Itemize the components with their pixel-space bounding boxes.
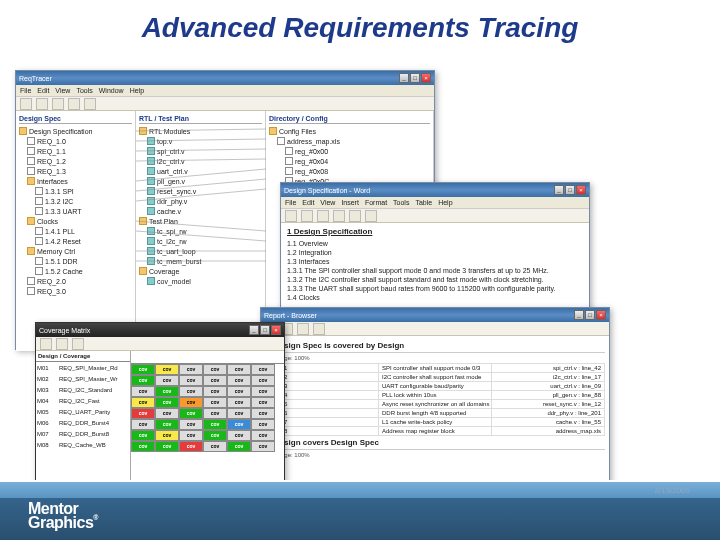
tree-item[interactable]: 1.4.2 Reset bbox=[19, 236, 132, 246]
matrix-cell[interactable]: cov bbox=[155, 408, 179, 419]
menu-item[interactable]: Tools bbox=[76, 87, 92, 94]
tree-item[interactable]: Coverage bbox=[139, 266, 262, 276]
minimize-icon[interactable]: _ bbox=[554, 185, 564, 195]
matrix-cell[interactable]: cov bbox=[251, 375, 275, 386]
matrix-cell[interactable]: cov bbox=[203, 430, 227, 441]
matrix-cell[interactable]: cov bbox=[227, 375, 251, 386]
minimize-icon[interactable]: _ bbox=[249, 325, 259, 335]
maximize-icon[interactable]: □ bbox=[585, 310, 595, 320]
tree-item[interactable]: 1.3.3 UART bbox=[19, 206, 132, 216]
matrix-cell[interactable]: cov bbox=[179, 441, 203, 452]
menu-item[interactable]: View bbox=[320, 199, 335, 206]
tool-link-icon[interactable] bbox=[68, 98, 80, 110]
menubar-document[interactable]: FileEditViewInsertFormatToolsTableHelp bbox=[281, 197, 589, 209]
tree-item[interactable]: REQ_2.0 bbox=[19, 276, 132, 286]
matrix-cell[interactable]: cov bbox=[155, 441, 179, 452]
matrix-cell[interactable]: cov bbox=[251, 397, 275, 408]
titlebar-report[interactable]: Report - Browser _ □ × bbox=[261, 308, 609, 322]
matrix-cell[interactable]: cov bbox=[203, 364, 227, 375]
matrix-cell[interactable]: cov bbox=[179, 375, 203, 386]
tree-item[interactable]: Interfaces bbox=[19, 176, 132, 186]
tool-open-icon[interactable] bbox=[36, 98, 48, 110]
close-icon[interactable]: × bbox=[421, 73, 431, 83]
tree-item[interactable]: 1.3.1 SPI bbox=[19, 186, 132, 196]
matrix-cell[interactable]: cov bbox=[251, 386, 275, 397]
matrix-cell[interactable]: cov bbox=[251, 430, 275, 441]
matrix-row-label[interactable]: M02REQ_SPI_Master_Wr bbox=[36, 373, 130, 384]
tree-item[interactable]: Test Plan bbox=[139, 216, 262, 226]
matrix-cell[interactable]: cov bbox=[155, 419, 179, 430]
menu-item[interactable]: Edit bbox=[302, 199, 314, 206]
tool-zoom-icon[interactable] bbox=[72, 338, 84, 350]
matrix-cell[interactable]: cov bbox=[155, 430, 179, 441]
matrix-grid[interactable]: covcovcovcovcovcovcovcovcovcovcovcovcovc… bbox=[131, 351, 284, 498]
tool-new-icon[interactable] bbox=[285, 210, 297, 222]
matrix-cell[interactable]: cov bbox=[203, 375, 227, 386]
menu-item[interactable]: Format bbox=[365, 199, 387, 206]
toolbar-matrix[interactable] bbox=[36, 337, 284, 351]
matrix-cell[interactable]: cov bbox=[155, 386, 179, 397]
tree-item[interactable]: 1.5.1 DDR bbox=[19, 256, 132, 266]
table-row[interactable]: DS_02I2C controller shall support fast m… bbox=[266, 373, 605, 382]
tool-refresh-icon[interactable] bbox=[297, 323, 309, 335]
tree-design-spec[interactable]: Design Spec Design SpecificationREQ_1.0R… bbox=[16, 111, 136, 351]
tool-save-icon[interactable] bbox=[52, 98, 64, 110]
matrix-row-label[interactable]: M05REQ_UART_Parity bbox=[36, 406, 130, 417]
tree-item[interactable]: reset_sync.v bbox=[139, 186, 262, 196]
tool-bold-icon[interactable] bbox=[349, 210, 361, 222]
tree-item[interactable]: 1.3.2 I2C bbox=[19, 196, 132, 206]
matrix-cell[interactable]: cov bbox=[179, 419, 203, 430]
matrix-row-label[interactable]: M08REQ_Cache_WB bbox=[36, 439, 130, 450]
titlebar-reqtracer[interactable]: ReqTracer _ □ × bbox=[16, 71, 434, 85]
tool-home-icon[interactable] bbox=[313, 323, 325, 335]
matrix-cell[interactable]: cov bbox=[227, 419, 251, 430]
tree-item[interactable]: REQ_1.2 bbox=[19, 156, 132, 166]
matrix-cell[interactable]: cov bbox=[131, 386, 155, 397]
tree-item[interactable]: REQ_1.1 bbox=[19, 146, 132, 156]
tree-item[interactable]: uart_ctrl.v bbox=[139, 166, 262, 176]
matrix-cell[interactable]: cov bbox=[251, 441, 275, 452]
menu-item[interactable]: File bbox=[20, 87, 31, 94]
tool-print-icon[interactable] bbox=[333, 210, 345, 222]
table-row[interactable]: DS_07L1 cache write-back policycache.v :… bbox=[266, 418, 605, 427]
toolbar-reqtracer[interactable] bbox=[16, 97, 434, 111]
tree-item[interactable]: 1.5.2 Cache bbox=[19, 266, 132, 276]
tree-item[interactable]: top.v bbox=[139, 136, 262, 146]
tool-save-icon[interactable] bbox=[317, 210, 329, 222]
table-row[interactable]: DS_04PLL lock within 10uspll_gen.v : lin… bbox=[266, 391, 605, 400]
tree-rtl-test[interactable]: RTL / Test Plan RTL Modulestop.vspi_ctrl… bbox=[136, 111, 266, 351]
matrix-cell[interactable]: cov bbox=[131, 397, 155, 408]
menu-item[interactable]: Window bbox=[99, 87, 124, 94]
close-icon[interactable]: × bbox=[271, 325, 281, 335]
tree-item[interactable]: reg_#0x08 bbox=[269, 166, 430, 176]
matrix-cell[interactable]: cov bbox=[179, 397, 203, 408]
matrix-cell[interactable]: cov bbox=[227, 397, 251, 408]
matrix-cell[interactable]: cov bbox=[251, 419, 275, 430]
tree-item[interactable]: Memory Ctrl bbox=[19, 246, 132, 256]
matrix-cell[interactable]: cov bbox=[251, 364, 275, 375]
minimize-icon[interactable]: _ bbox=[399, 73, 409, 83]
menu-item[interactable]: Tools bbox=[393, 199, 409, 206]
close-icon[interactable]: × bbox=[576, 185, 586, 195]
tool-open-icon[interactable] bbox=[301, 210, 313, 222]
matrix-row-label[interactable]: M01REQ_SPI_Master_Rd bbox=[36, 362, 130, 373]
matrix-cell[interactable]: cov bbox=[131, 441, 155, 452]
tree-item[interactable]: REQ_1.3 bbox=[19, 166, 132, 176]
menubar-reqtracer[interactable]: FileEditViewToolsWindowHelp bbox=[16, 85, 434, 97]
close-icon[interactable]: × bbox=[596, 310, 606, 320]
tree-item[interactable]: spi_ctrl.v bbox=[139, 146, 262, 156]
tool-new-icon[interactable] bbox=[20, 98, 32, 110]
menu-item[interactable]: Table bbox=[415, 199, 432, 206]
tree-item[interactable]: 1.4.1 PLL bbox=[19, 226, 132, 236]
matrix-row-label[interactable]: M04REQ_I2C_Fast bbox=[36, 395, 130, 406]
matrix-cell[interactable]: cov bbox=[227, 441, 251, 452]
matrix-cell[interactable]: cov bbox=[131, 408, 155, 419]
matrix-row-label[interactable]: M06REQ_DDR_Burst4 bbox=[36, 417, 130, 428]
matrix-cell[interactable]: cov bbox=[179, 386, 203, 397]
menu-item[interactable]: Help bbox=[438, 199, 452, 206]
matrix-cell[interactable]: cov bbox=[131, 375, 155, 386]
matrix-cell[interactable]: cov bbox=[227, 408, 251, 419]
titlebar-document[interactable]: Design Specification - Word _ □ × bbox=[281, 183, 589, 197]
matrix-cell[interactable]: cov bbox=[227, 386, 251, 397]
menu-item[interactable]: Help bbox=[130, 87, 144, 94]
